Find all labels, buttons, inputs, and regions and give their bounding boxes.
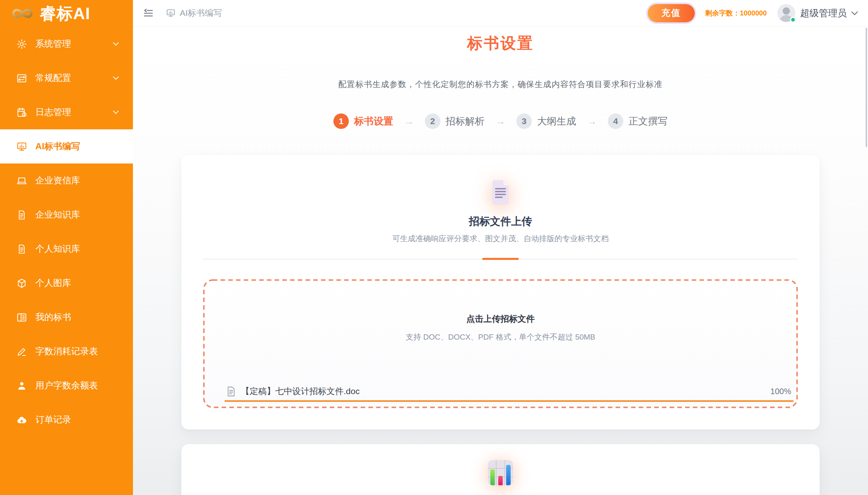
online-status-dot xyxy=(790,17,796,23)
infinity-logo-icon xyxy=(11,7,34,20)
chevron-down-icon xyxy=(851,11,858,15)
main-column: AI标书编写 充值 剩余字数：1000000 超级管理员 标书设置 配置标书生成… xyxy=(133,0,868,495)
chevron-down-icon xyxy=(113,110,119,114)
remaining-words: 剩余字数：1000000 xyxy=(705,9,767,18)
sidebar-item-user-word-balance[interactable]: 用户字数余额表 xyxy=(0,369,133,403)
document-icon xyxy=(16,209,27,220)
dropzone-hint: 支持 DOC、DOCX、PDF 格式，单个文件不超过 50MB xyxy=(203,332,798,342)
upload-progress-value: 100% xyxy=(770,387,791,396)
sidebar-item-label: 系统管理 xyxy=(35,38,71,50)
stepper: 1 标书设置 → 2 招标解析 → 3 大纲生成 → 4 正文撰写 xyxy=(133,113,868,129)
sidebar-item-general-config[interactable]: 常规配置 xyxy=(0,61,133,95)
purple-document-icon xyxy=(490,179,511,206)
sidebar-item-label: 企业资信库 xyxy=(35,174,80,187)
layout-icon xyxy=(16,312,27,323)
monitor-icon xyxy=(16,141,27,152)
step-number: 3 xyxy=(516,113,532,129)
document-icon xyxy=(16,244,27,255)
next-section-card xyxy=(181,444,820,495)
file-icon xyxy=(227,386,235,397)
step-label: 标书设置 xyxy=(354,115,393,128)
sidebar-item-ai-bid-writing[interactable]: AI标书编写 xyxy=(0,129,133,164)
tender-upload-card: 招标文件上传 可生成准确响应评分要求、图文并茂、自动排版的专业标书文档 点击上传… xyxy=(181,155,820,430)
cube-icon xyxy=(16,278,27,289)
cloud-upload-icon xyxy=(16,414,27,425)
sidebar-item-label: 常规配置 xyxy=(35,72,71,84)
brand-name: 睿标AI xyxy=(40,2,90,25)
upload-card-subtitle: 可生成准确响应评分要求、图文并茂、自动排版的专业标书文档 xyxy=(203,233,798,244)
step-tender-analysis: 2 招标解析 xyxy=(425,113,485,129)
sidebar: 睿标AI 系统管理 常规配置 日志管理 xyxy=(0,0,133,495)
user-menu[interactable]: 超级管理员 xyxy=(777,4,858,22)
sidebar-item-label: 企业知识库 xyxy=(35,209,80,221)
upload-card-title: 招标文件上传 xyxy=(203,214,798,229)
monitor-icon xyxy=(166,8,176,18)
sidebar-item-company-credit-lib[interactable]: 企业资信库 xyxy=(0,164,133,198)
step-arrow-icon: → xyxy=(404,116,414,127)
sidebar-item-label: 我的标书 xyxy=(35,311,71,323)
user-icon xyxy=(16,380,27,391)
topbar: AI标书编写 充值 剩余字数：1000000 超级管理员 xyxy=(133,0,868,26)
step-label: 正文撰写 xyxy=(629,115,668,128)
step-number: 1 xyxy=(333,113,349,129)
sidebar-item-label: 订单记录 xyxy=(35,414,71,426)
recharge-button[interactable]: 充值 xyxy=(648,4,695,22)
step-label: 大纲生成 xyxy=(537,115,576,128)
page-title: 标书设置 xyxy=(133,33,868,54)
step-number: 2 xyxy=(425,113,440,129)
remaining-words-label: 剩余字数： xyxy=(705,9,740,17)
sidebar-item-order-records[interactable]: 订单记录 xyxy=(0,403,133,437)
tab-label: AI标书编写 xyxy=(180,7,222,19)
uploaded-file-entry[interactable]: 【定稿】七中设计招标文件.doc 100% xyxy=(224,386,794,402)
sidebar-item-personal-knowledge-lib[interactable]: 个人知识库 xyxy=(0,232,133,266)
divider-accent xyxy=(482,258,519,260)
step-outline-generation: 3 大纲生成 xyxy=(516,113,576,129)
bar-chart-icon xyxy=(487,460,513,487)
brand-logo: 睿标AI xyxy=(0,0,133,27)
vertical-scrollbar[interactable] xyxy=(866,28,867,147)
sidebar-nav: 系统管理 常规配置 日志管理 xyxy=(0,27,133,437)
tab-ai-bid-writing: AI标书编写 xyxy=(166,7,222,19)
chevron-down-icon xyxy=(113,42,119,46)
sidebar-item-label: 字数消耗记录表 xyxy=(35,345,98,358)
sidebar-item-label: 个人图库 xyxy=(35,277,71,289)
page-subtitle: 配置标书生成参数，个性化定制您的标书方案，确保生成内容符合项目要求和行业标准 xyxy=(133,79,868,90)
step-body-writing: 4 正文撰写 xyxy=(608,113,668,129)
upload-progress-bar xyxy=(224,400,794,402)
sidebar-item-my-bids[interactable]: 我的标书 xyxy=(0,300,133,334)
username: 超级管理员 xyxy=(800,7,847,20)
file-row: 【定稿】七中设计招标文件.doc 100% xyxy=(224,386,794,397)
dropzone-title: 点击上传招标文件 xyxy=(203,279,798,325)
sidebar-item-company-knowledge-lib[interactable]: 企业知识库 xyxy=(0,198,133,232)
step-arrow-icon: → xyxy=(587,116,597,127)
sidebar-item-label: 用户字数余额表 xyxy=(35,379,98,392)
sidebar-item-log-mgmt[interactable]: 日志管理 xyxy=(0,95,133,129)
step-arrow-icon: → xyxy=(496,116,505,127)
gear-icon xyxy=(16,39,27,50)
remaining-words-value: 1000000 xyxy=(740,9,767,17)
laptop-icon xyxy=(16,175,27,186)
step-label: 招标解析 xyxy=(446,115,485,128)
sidebar-item-system-mgmt[interactable]: 系统管理 xyxy=(0,27,133,61)
pencil-icon xyxy=(16,346,27,357)
step-number: 4 xyxy=(608,113,623,129)
main-content: 标书设置 配置标书生成参数，个性化定制您的标书方案，确保生成内容符合项目要求和行… xyxy=(133,26,868,495)
file-name: 【定稿】七中设计招标文件.doc xyxy=(241,386,360,397)
step-bid-settings: 1 标书设置 xyxy=(333,113,393,129)
upload-dropzone[interactable]: 点击上传招标文件 支持 DOC、DOCX、PDF 格式，单个文件不超过 50MB… xyxy=(203,279,798,408)
sidebar-item-personal-gallery[interactable]: 个人图库 xyxy=(0,266,133,300)
log-icon xyxy=(16,107,27,118)
chevron-down-icon xyxy=(113,76,119,80)
sidebar-item-label: 日志管理 xyxy=(35,106,71,118)
divider xyxy=(203,259,798,259)
sidebar-item-word-usage-log[interactable]: 字数消耗记录表 xyxy=(0,334,133,369)
sidebar-item-label: AI标书编写 xyxy=(35,140,80,153)
sliders-icon xyxy=(16,73,27,84)
avatar xyxy=(777,4,795,22)
collapse-sidebar-icon[interactable] xyxy=(143,8,154,19)
sidebar-item-label: 个人知识库 xyxy=(35,243,80,255)
